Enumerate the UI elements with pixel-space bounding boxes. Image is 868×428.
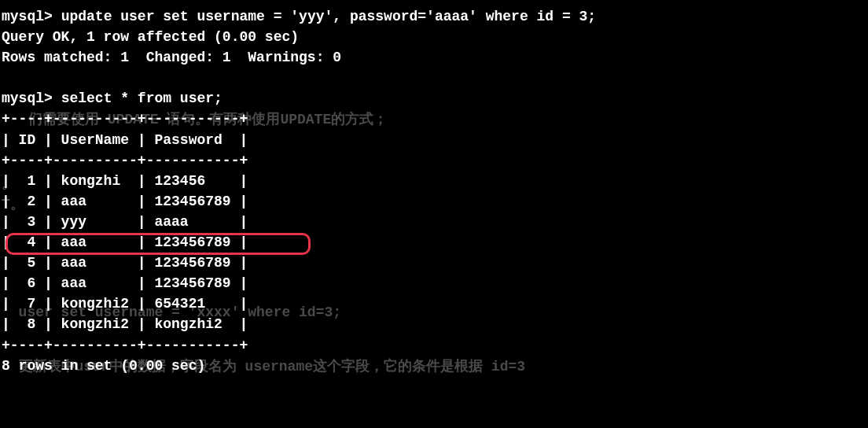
- table-header-row: | ID | UserName | Password |: [2, 130, 866, 150]
- mysql-prompt: mysql>: [2, 9, 53, 24]
- command-line-update: mysql> update user set username = 'yyy',…: [2, 6, 866, 27]
- rows-in-set-line: 8 rows in set (0.00 sec): [2, 356, 866, 376]
- table-row: | 4 | aaa | 123456789 |: [2, 232, 866, 253]
- sql-update-command: update user set username = 'yyy', passwo…: [61, 9, 597, 24]
- table-row: | 3 | yyy | aaaa |: [2, 212, 866, 232]
- table-row: | 5 | aaa | 123456789 |: [2, 253, 866, 273]
- table-row: | 6 | aaa | 123456789 |: [2, 273, 866, 293]
- table-row: | 2 | aaa | 123456789 |: [2, 191, 866, 212]
- table-row: | 8 | kongzhi2 | kongzhi2 |: [2, 314, 866, 334]
- mysql-prompt: mysql>: [2, 90, 53, 106]
- table-row: | 7 | kongzhi2 | 654321 |: [2, 293, 866, 314]
- blank-line: [2, 68, 866, 88]
- rows-matched-line: Rows matched: 1 Changed: 1 Warnings: 0: [2, 47, 866, 68]
- table-border-mid: +----+----------+-----------+: [2, 150, 866, 171]
- table-row: | 1 | kongzhi | 123456 |: [2, 171, 866, 191]
- table-border-bottom: +----+----------+-----------+: [2, 335, 866, 356]
- query-ok-line: Query OK, 1 row affected (0.00 sec): [2, 27, 866, 47]
- command-line-select: mysql> select * from user;: [2, 88, 866, 109]
- sql-select-command: select * from user;: [61, 90, 223, 106]
- table-border-top: +----+----------+-----------+: [2, 109, 866, 129]
